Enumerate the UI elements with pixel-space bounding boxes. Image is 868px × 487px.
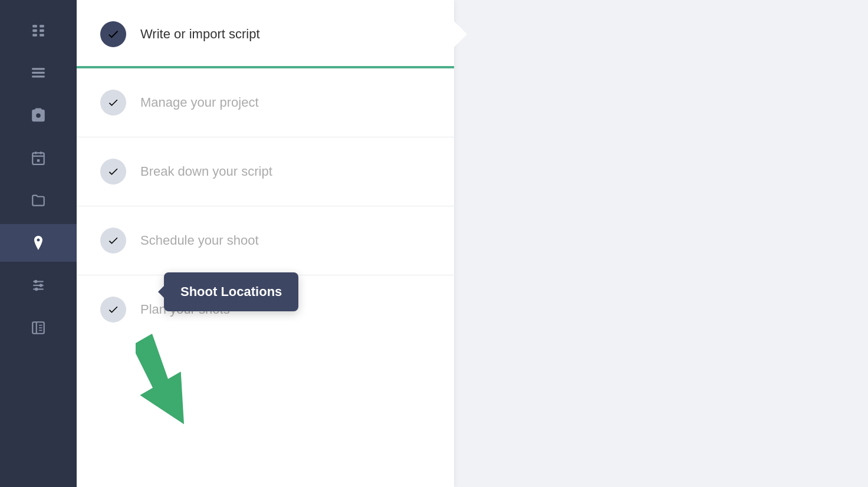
sidebar <box>0 0 77 487</box>
step-3-label: Break down your script <box>140 164 272 179</box>
location-pin-icon <box>30 235 47 251</box>
calendar-icon <box>30 150 47 166</box>
sidebar-item-grid[interactable] <box>0 12 77 50</box>
step-1-arrow <box>454 21 467 47</box>
grid-icon <box>30 22 47 39</box>
step-5-icon <box>100 297 126 323</box>
svg-marker-24 <box>136 331 205 436</box>
svg-rect-9 <box>32 153 44 164</box>
step-4-label: Schedule your shoot <box>140 233 259 248</box>
folder-icon <box>30 192 47 209</box>
table-icon <box>30 65 47 81</box>
svg-rect-8 <box>32 75 45 77</box>
sliders-icon <box>30 277 47 294</box>
book-icon <box>30 320 47 336</box>
sidebar-item-book[interactable] <box>0 309 77 347</box>
green-arrow-indicator <box>136 330 212 450</box>
svg-point-17 <box>40 284 42 287</box>
sidebar-item-folder[interactable] <box>0 182 77 219</box>
step-4-icon <box>100 228 126 254</box>
step-write-script[interactable]: Write or import script <box>77 0 454 68</box>
step-breakdown[interactable]: Break down your script <box>77 137 454 206</box>
svg-rect-19 <box>32 322 44 334</box>
svg-rect-6 <box>32 68 45 70</box>
step-3-icon <box>100 159 126 185</box>
svg-rect-7 <box>32 72 45 74</box>
sidebar-item-table[interactable] <box>0 54 77 92</box>
step-manage-project[interactable]: Manage your project <box>77 68 454 137</box>
svg-point-16 <box>34 280 37 283</box>
sidebar-item-calendar[interactable] <box>0 139 77 177</box>
svg-point-18 <box>35 288 38 291</box>
sidebar-item-camera[interactable] <box>0 97 77 134</box>
svg-rect-0 <box>32 25 37 27</box>
step-schedule[interactable]: Schedule your shoot <box>77 206 454 275</box>
step-1-icon <box>100 21 126 47</box>
svg-rect-2 <box>32 29 37 32</box>
camera-icon <box>30 107 47 124</box>
sidebar-item-settings[interactable] <box>0 266 77 304</box>
main-content: Write or import script Manage your proje… <box>77 0 868 487</box>
tooltip-text: Shoot Locations <box>180 284 282 299</box>
svg-rect-1 <box>40 25 44 27</box>
svg-rect-4 <box>32 34 37 36</box>
shoot-locations-tooltip: Shoot Locations <box>164 272 298 311</box>
svg-rect-3 <box>40 29 44 32</box>
step-2-label: Manage your project <box>140 95 259 110</box>
step-2-icon <box>100 90 126 116</box>
sidebar-item-location[interactable] <box>0 224 77 262</box>
svg-rect-5 <box>40 34 44 36</box>
steps-card: Write or import script Manage your proje… <box>77 0 454 487</box>
step-1-label: Write or import script <box>140 27 260 42</box>
